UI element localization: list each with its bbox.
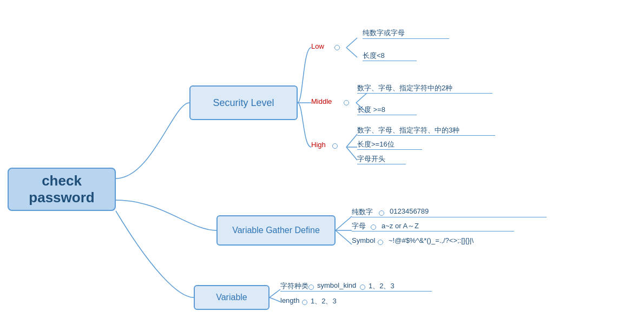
vgd-item3-label: Symbol [352,236,375,244]
high-item2: 长度>=16位 [357,140,395,149]
var-item1-dot2 [360,284,365,290]
middle-dot [344,100,349,105]
high-item1-underline [357,135,495,136]
main-title: check password [9,173,115,206]
variable-label: Variable [216,293,247,302]
high-item2-underline [357,149,422,150]
low-label: Low [311,42,324,50]
vgd-item2-value: a~z or A～Z [382,221,419,231]
vgd-item1-underline [352,217,547,217]
security-level-label: Security Level [213,97,274,109]
var-item1-sub: symbol_kind [317,281,356,289]
svg-line-2 [356,93,367,103]
var-item2-label: length [280,296,299,304]
var-item1-underline [280,291,432,292]
middle-item2-underline [357,115,417,115]
middle-item1-underline [357,93,492,94]
vgd-item3-dot [378,240,383,245]
vgd-item2-underline [352,231,514,231]
svg-line-4 [346,134,357,147]
svg-line-9 [336,230,352,244]
svg-line-6 [346,147,357,160]
vgd-item2-dot [371,224,376,230]
high-label: High [311,141,326,149]
security-level-node: Security Level [189,85,298,120]
svg-line-1 [346,48,357,57]
high-item3: 字母开头 [357,154,385,164]
low-item1-underline [363,38,449,39]
var-item1-value: 1、2、3 [369,281,395,291]
vgd-item1-dot [379,210,384,216]
low-item1: 纯数字或字母 [363,28,405,38]
middle-label: Middle [311,97,332,105]
low-item2-underline [363,61,417,61]
var-item1-label: 字符种类 [280,281,308,291]
low-item2: 长度<8 [363,51,385,61]
vgd-item1-value: 0123456789 [390,207,429,215]
high-dot [332,143,338,149]
svg-line-11 [270,297,280,302]
high-item1: 数字、字母、指定字符、中的3种 [357,125,459,135]
middle-item1: 数字、字母、指定字符中的2种 [357,83,452,93]
vgd-item3-value: ~!@#$%^&*()_=.,/?<>;:[]{}|\ [389,236,474,244]
vgd-node: Variable Gather Define [216,215,336,246]
svg-line-7 [336,216,352,230]
low-dot [334,45,340,50]
var-item2-dot [302,300,307,305]
var-item1-dot1 [308,284,314,290]
svg-line-10 [270,289,280,297]
variable-node: Variable [194,285,270,310]
vgd-item1-label: 纯数字 [352,207,373,217]
high-item3-underline [357,164,406,164]
svg-line-0 [346,38,357,48]
vgd-item2-label: 字母 [352,221,366,231]
main-node: check password [8,168,116,211]
middle-item2: 长度 >=8 [357,105,385,115]
vgd-label: Variable Gather Define [232,226,320,235]
var-item2-value: 1、2、3 [311,296,337,306]
